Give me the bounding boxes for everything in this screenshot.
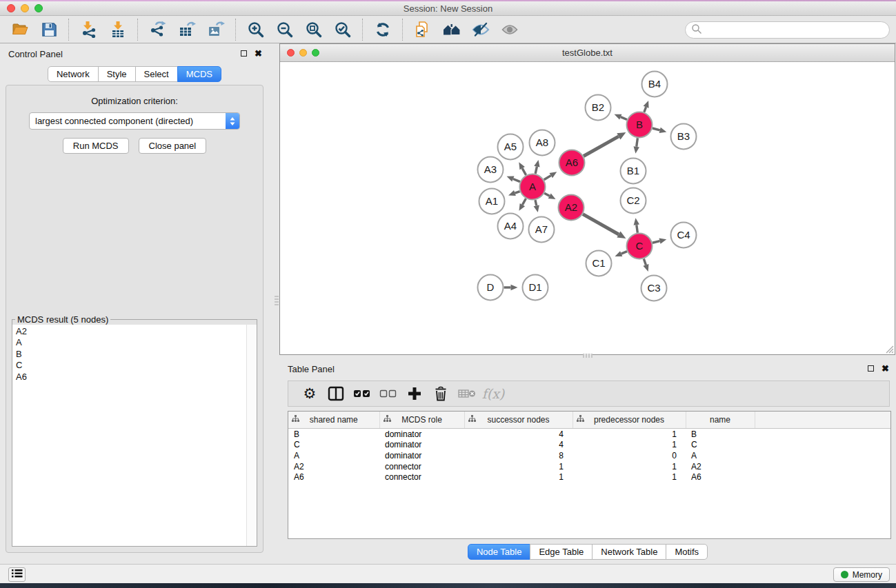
delete-table-icon[interactable] [454,383,480,404]
mcds-result-item[interactable]: A6 [12,372,257,383]
save-icon[interactable] [34,18,63,41]
table-row[interactable]: Cdominator41C [288,440,890,451]
toolbar-separator [68,19,70,41]
show-panels-list-button[interactable] [8,567,26,582]
tab-network-table[interactable]: Network Table [592,544,666,560]
float-table-panel-icon[interactable] [868,365,874,372]
refresh-icon[interactable] [368,18,397,41]
open-icon[interactable] [6,18,34,41]
mcds-result-item[interactable]: C [12,360,257,371]
graph-arrowhead [659,238,667,243]
graph-edge-A2-C[interactable] [583,214,619,234]
delete-column-icon[interactable] [428,383,454,404]
float-panel-icon[interactable] [241,50,247,57]
zoom-fit-icon[interactable] [299,18,328,41]
clone-network-icon[interactable] [408,18,437,41]
export-table-icon[interactable] [172,18,201,41]
show-all-icon[interactable] [495,18,524,41]
close-panel-button[interactable]: Close panel [139,138,207,154]
graph-node-label-A8: A8 [536,136,548,148]
tab-style[interactable]: Style [98,66,136,82]
graph-edge-C-C4[interactable] [653,241,660,243]
graph-edge-A-A7[interactable] [535,200,537,205]
criterion-select[interactable]: largest connected component (directed) [29,112,240,130]
column-view-icon[interactable] [323,383,349,404]
graph-node-label-C: C [636,240,644,252]
search-box[interactable] [685,21,890,39]
network-zoom-button[interactable] [312,49,319,57]
graph-edge-A-A3[interactable] [513,179,520,181]
close-table-panel-icon[interactable]: ✖ [882,365,889,372]
import-table-icon[interactable] [103,18,132,41]
graph-arrowhead [659,128,667,133]
tab-select[interactable]: Select [135,66,178,82]
network-close-button[interactable] [287,49,295,57]
zoom-window-button[interactable] [34,4,43,12]
tab-network[interactable]: Network [48,66,99,82]
graph-edge-A6-B[interactable] [584,136,619,156]
add-column-icon[interactable] [401,383,428,404]
gear-icon[interactable]: ⚙ [297,383,323,404]
minimize-window-button[interactable] [21,4,29,12]
graph-edge-C-C3[interactable] [644,258,646,265]
graph-edge-A-A8[interactable] [535,167,537,174]
tab-motifs[interactable]: Motifs [666,544,708,560]
column-header-predecessor-nodes[interactable]: predecessor nodes [573,412,686,429]
column-header-name[interactable]: name [686,412,755,429]
mcds-result-item[interactable]: A2 [12,326,257,337]
table-row[interactable]: A6connector11A6 [288,472,890,483]
first-neighbors-icon[interactable] [437,18,466,41]
zoom-selected-icon[interactable] [328,18,357,41]
hide-unselected-icon[interactable] [466,18,495,41]
close-panel-icon[interactable]: ✖ [255,50,262,57]
graph-node-label-C2: C2 [626,194,639,206]
mcds-list-scrollbar[interactable] [246,325,257,546]
mcds-result-item[interactable]: B [12,349,257,360]
graph-edge-B-B4[interactable] [644,107,646,112]
table-row[interactable]: Adominator80A [288,450,890,461]
select-all-icon[interactable] [349,383,375,404]
network-minimize-button[interactable] [299,49,307,57]
graph-edge-A-A4[interactable] [522,199,526,205]
column-header-successor-nodes[interactable]: successor nodes [464,412,573,429]
graph-edge-A-A6[interactable] [544,176,551,180]
table-row[interactable]: A2connector11A2 [288,461,890,472]
column-header-MCDS-role[interactable]: MCDS role [379,412,464,429]
graph-arrowhead [634,218,639,225]
zoom-out-icon[interactable] [270,18,299,41]
table-row[interactable]: Bdominator41B [288,429,890,440]
export-image-icon[interactable] [201,18,230,41]
graph-node-label-C3: C3 [647,282,660,294]
import-network-icon[interactable] [74,18,103,41]
close-window-button[interactable] [7,4,15,12]
table-toolbar: ⚙f(x) [288,381,890,407]
deselect-all-icon[interactable] [375,383,401,404]
table-tabs: Node TableEdge TableNetwork TableMotifs [468,544,708,560]
graph-edge-B-B3[interactable] [653,128,660,130]
export-network-icon[interactable] [143,18,172,41]
network-canvas[interactable]: B4B2BB3A5A8A6A3B1AA1C2A2A4A7C4CC1C3DD1 [280,61,895,354]
graph-edge-A-A2[interactable] [544,193,550,196]
tab-node-table[interactable]: Node Table [468,544,531,560]
graph-edge-A-A1[interactable] [515,192,519,194]
graph-edge-C-C1[interactable] [621,252,627,254]
mcds-result-item[interactable]: A [12,337,257,348]
zoom-in-icon[interactable] [241,18,270,41]
graph-edge-B-B2[interactable] [621,117,627,120]
run-mcds-button[interactable]: Run MCDS [63,138,129,154]
resize-grip-icon[interactable] [884,343,894,354]
function-icon[interactable]: f(x) [480,383,506,404]
column-header-shared-name[interactable]: shared name [288,412,379,429]
panel-divider-handle-horizontal[interactable] [583,354,593,358]
tab-edge-table[interactable]: Edge Table [530,544,593,560]
panel-divider-handle-vertical[interactable] [275,296,279,305]
search-input[interactable] [702,23,889,37]
graph-node-label-D: D [487,281,495,293]
tab-mcds[interactable]: MCDS [177,66,221,82]
graph-edge-C-C2[interactable] [637,225,638,233]
graph-edge-B-B1[interactable] [637,138,638,146]
graph-edge-A-A5[interactable] [522,168,526,175]
control-panel-title: Control Panel [8,49,63,59]
graph-node-label-A3: A3 [484,163,497,175]
memory-button[interactable]: Memory [833,567,890,582]
